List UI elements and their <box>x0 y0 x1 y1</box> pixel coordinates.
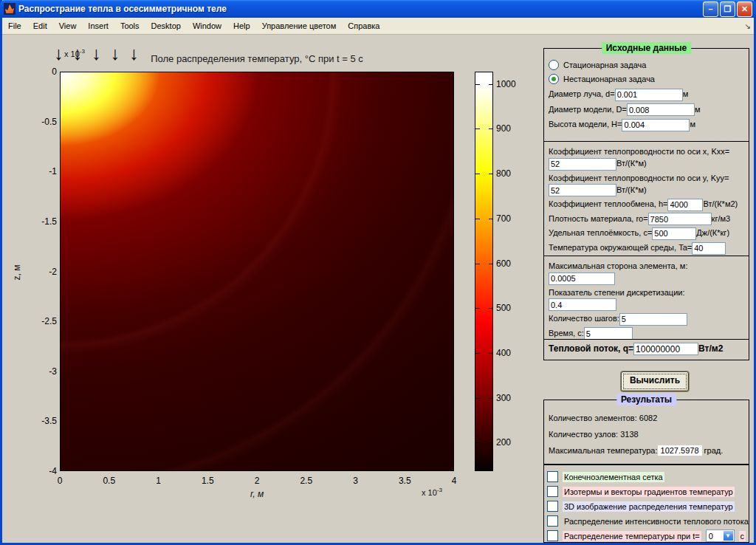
results-panel-title: Результаты <box>616 394 676 405</box>
checkbox-row-mesh[interactable]: Конечноэлементная сетка <box>547 470 746 483</box>
mesh-section: Максимальная сторона элемента, м: Показа… <box>544 256 749 339</box>
colorbar-tick-mark <box>475 219 480 219</box>
checkbox-row-3d[interactable]: 3D изображение распределения температур <box>547 500 746 513</box>
window-title: Распространие тепла в осесимметричном те… <box>18 4 227 14</box>
heat-flux-arrow-icon: ↓ <box>54 44 63 63</box>
ambient-temp-label: Температура окружающей среды, Ta= <box>549 243 692 252</box>
task-type-section: Стационарная задача Нестационарная задач… <box>544 49 749 141</box>
inputs-panel: Исходные данные Стационарная задача Нест… <box>543 48 749 360</box>
menu-item-help[interactable]: Help <box>227 19 256 32</box>
model-height-input[interactable] <box>622 119 690 131</box>
menu-item-управление-цветом[interactable]: Управление цветом <box>256 19 343 32</box>
time-select-dropdown[interactable]: 0 ▼ <box>706 529 735 542</box>
time-select-value: 0 <box>707 532 723 541</box>
heat-exchange-input[interactable] <box>667 199 703 211</box>
unit-label: м <box>695 105 701 114</box>
checkbox-icon[interactable] <box>547 515 558 527</box>
colorbar-tick-mark <box>489 174 493 174</box>
colorbar-tick-mark <box>475 442 480 443</box>
menu-item-insert[interactable]: Insert <box>82 19 114 32</box>
model-diameter-input[interactable] <box>627 103 695 116</box>
y-tick-label: -3.5 <box>23 416 57 426</box>
steps-count-input[interactable] <box>619 313 687 326</box>
x-axis-multiplier: x 10-3 <box>422 487 442 497</box>
colorbar-tick-label: 600 <box>496 258 511 269</box>
checkbox-row-isotherms[interactable]: Изотермы и векторы градиентов температур <box>547 485 746 498</box>
y-tick-label: -3 <box>23 366 57 377</box>
temperature-heatmap[interactable] <box>60 72 454 471</box>
restore-button[interactable]: ❐ <box>720 1 735 17</box>
y-tick-label: -2 <box>23 267 57 277</box>
model-diameter-label: Диаметр модели, D= <box>549 105 627 114</box>
discretization-power-input[interactable] <box>549 298 616 311</box>
radio-nonstationary-label: Нестационарная задача <box>563 75 655 83</box>
radio-icon[interactable] <box>549 60 559 70</box>
heat-capacity-input[interactable] <box>652 227 696 240</box>
heat-flux-arrow-icon: ↓ <box>73 44 83 63</box>
y-tick-label: -1.5 <box>23 216 57 227</box>
checkbox-row-flux-intensity[interactable]: Распределение интенсивности теплового по… <box>547 515 746 527</box>
checkbox-3d-label: 3D изображение распределения температур <box>563 501 735 512</box>
title-bar[interactable]: Распространие тепла в осесимметричном те… <box>0 0 756 18</box>
inputs-panel-title: Исходные данные <box>602 42 692 54</box>
colorbar[interactable] <box>475 72 493 471</box>
checkbox-temp-at-t-label: Распределение температуры при t= <box>563 531 701 541</box>
menu-item-file[interactable]: File <box>2 19 27 32</box>
results-panel: Результаты Количество элементов: 6082 Ко… <box>543 400 749 465</box>
discretization-power-label: Показатель степени дискретизации: <box>549 288 684 297</box>
beam-diameter-input[interactable] <box>615 89 683 101</box>
x-tick-label: 2 <box>241 476 273 486</box>
menu-item-desktop[interactable]: Desktop <box>145 19 187 32</box>
max-element-side-input[interactable] <box>549 272 615 285</box>
menu-item-edit[interactable]: Edit <box>27 19 53 32</box>
nodes-count-value: 3138 <box>620 430 638 439</box>
chevron-down-icon[interactable]: ▼ <box>723 530 734 541</box>
colorbar-tick-mark <box>475 398 480 399</box>
checkbox-icon[interactable] <box>547 530 558 541</box>
menu-item-tools[interactable]: Tools <box>114 19 145 32</box>
ambient-temp-input[interactable] <box>692 242 726 255</box>
colorbar-tick-mark <box>475 128 480 129</box>
y-axis-label: z, м <box>12 265 22 281</box>
checkbox-icon[interactable] <box>547 486 558 497</box>
kyy-input[interactable] <box>549 184 616 196</box>
checkbox-isotherms-label: Изотермы и векторы градиентов температур <box>563 487 735 497</box>
checkbox-mesh-label: Конечноэлементная сетка <box>563 472 664 482</box>
menu-item-window[interactable]: Window <box>187 19 227 32</box>
radio-nonstationary[interactable]: Нестационарная задача <box>549 74 744 84</box>
checkbox-icon[interactable] <box>547 471 558 482</box>
y-tick-label: -1 <box>23 166 57 176</box>
compute-button[interactable]: Вычислить <box>621 371 689 391</box>
minimize-button[interactable]: – <box>703 1 718 17</box>
radio-stationary[interactable]: Стационарная задача <box>549 60 744 70</box>
heat-capacity-label: Удельная теплоёмкость, c= <box>549 228 652 237</box>
close-button[interactable]: ✕ <box>737 1 752 17</box>
heat-flux-label: Тепловой поток, q= <box>549 343 633 354</box>
heat-exchange-label: Коэффициент теплообмена, h= <box>549 199 667 208</box>
colorbar-tick-label: 500 <box>496 303 511 313</box>
menu-item-view[interactable]: View <box>53 19 83 32</box>
y-tick-label: -4 <box>23 466 57 476</box>
unit-label: Вт/м2 <box>698 343 723 354</box>
time-input[interactable] <box>584 327 633 339</box>
colorbar-tick-label: 800 <box>496 168 511 179</box>
unit-label: м <box>690 120 695 128</box>
checkbox-icon[interactable] <box>547 501 558 512</box>
radio-selected-icon[interactable] <box>549 74 559 84</box>
menu-item-справка[interactable]: Справка <box>342 19 385 32</box>
time-unit-label: с <box>739 531 746 541</box>
time-label: Время, с: <box>549 329 584 337</box>
colorbar-tick-mark <box>489 308 493 309</box>
colorbar-tick-mark <box>475 174 480 174</box>
max-element-side-label: Максимальная сторона элемента, м: <box>549 261 687 270</box>
kxx-input[interactable] <box>549 158 616 171</box>
menu-collapse-arrow-icon[interactable]: ↘ <box>745 22 754 30</box>
x-tick-label: 0.5 <box>93 476 126 486</box>
density-input[interactable] <box>648 213 712 225</box>
colorbar-tick-mark <box>489 353 493 354</box>
y-tick-label: 0 <box>23 66 57 77</box>
radio-stationary-label: Стационарная задача <box>563 61 646 69</box>
heat-flux-input[interactable] <box>633 343 698 355</box>
checkbox-row-temp-at-t[interactable]: Распределение температуры при t= 0 ▼ с <box>547 529 746 542</box>
elements-count-value: 6082 <box>639 414 657 422</box>
